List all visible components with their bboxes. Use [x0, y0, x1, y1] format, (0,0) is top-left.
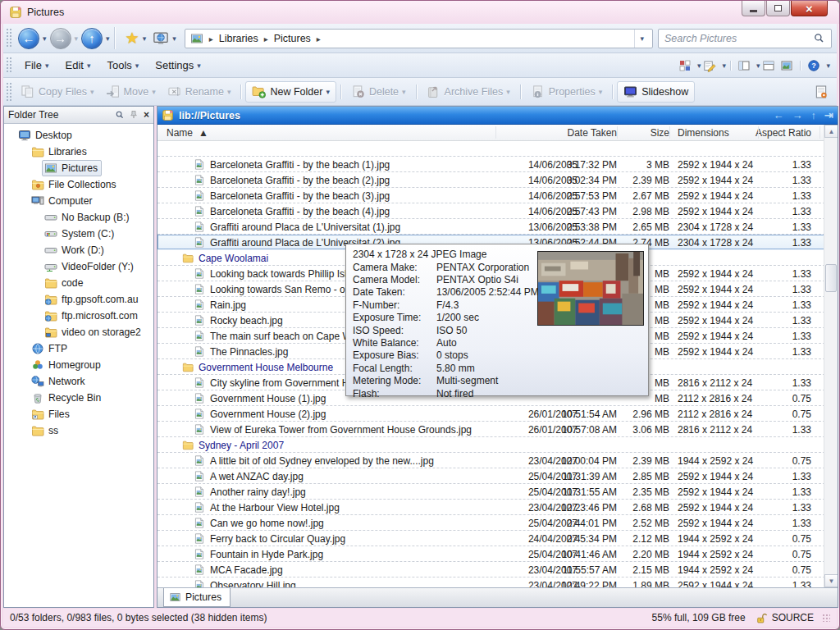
breadcrumb[interactable]: ▸Libraries▸Pictures▸ ▾: [185, 29, 653, 48]
help-dropdown[interactable]: ▾: [826, 62, 830, 70]
breadcrumb-item-libraries[interactable]: Libraries: [219, 33, 258, 44]
favorites-dropdown[interactable]: ▾: [143, 34, 147, 43]
file-row[interactable]: Can we go home now!.jpg25/04/20072:44:01…: [158, 515, 825, 531]
up-dropdown[interactable]: ▾: [106, 34, 110, 43]
sidebar-item-ss[interactable]: ss: [4, 422, 153, 439]
sidebar-item-homegroup[interactable]: Homegroup: [4, 357, 153, 373]
chevron-down-icon[interactable]: ▾: [227, 88, 231, 96]
rename-button[interactable]: Rename▾: [162, 81, 237, 103]
file-row[interactable]: Fountain in Hyde Park.jpg25/04/200710:41…: [158, 546, 825, 562]
favorites-star-icon[interactable]: ★: [126, 29, 139, 48]
properties-button[interactable]: Properties▾: [525, 81, 609, 103]
sidebar-item-ftp-gpsoft-com-au[interactable]: ftp.gpsoft.com.au: [4, 291, 153, 308]
sidebar-item-ftp-microsoft-com[interactable]: ftp.microsoft.com: [4, 308, 153, 324]
menu-settings[interactable]: Settings▾: [145, 55, 208, 75]
menu-file[interactable]: File▾: [15, 55, 55, 75]
network-view-dropdown[interactable]: ▾: [172, 34, 176, 43]
scroll-down-icon[interactable]: ▼: [824, 574, 838, 587]
file-row[interactable]: A wet ANZAC day.jpg25/04/200711:31:39 AM…: [158, 468, 825, 484]
slideshow-button[interactable]: Slideshow: [617, 81, 695, 103]
copy-files-button[interactable]: Copy Files▾: [15, 81, 100, 103]
column-name[interactable]: Name: [167, 127, 193, 139]
edit-pane-icon[interactable]: [701, 57, 719, 74]
toolbar-grip[interactable]: [6, 28, 11, 48]
file-row[interactable]: Government House (2).jpg26/01/200710:51:…: [158, 406, 825, 422]
file-row[interactable]: MCA Facade.jpg23/04/200711:55:57 AM2.15 …: [158, 562, 825, 578]
sidebar-item-system-c-[interactable]: System (C:): [4, 226, 153, 242]
resize-grip[interactable]: [822, 614, 830, 622]
edit-pane-dropdown[interactable]: ▾: [722, 62, 726, 70]
views-icon[interactable]: [676, 57, 694, 74]
path-bar[interactable]: lib://Pictures ← → ↑ ⇥: [158, 107, 838, 125]
breadcrumb-dropdown[interactable]: ▾: [634, 30, 649, 48]
sidebar-item-network[interactable]: Network: [4, 373, 153, 390]
back-dropdown[interactable]: ▾: [43, 34, 47, 43]
sidebar-item-desktop[interactable]: Desktop: [4, 127, 153, 144]
column-size[interactable]: Size: [651, 127, 669, 139]
split-pane-icon[interactable]: [735, 57, 753, 74]
tab-pictures[interactable]: Pictures: [163, 588, 231, 607]
preview-pane-icon[interactable]: [778, 57, 796, 74]
vertical-scrollbar[interactable]: ▲ ▼: [824, 125, 838, 587]
archive-files-button[interactable]: Archive Files▾: [421, 81, 516, 103]
dual-pane-icon[interactable]: [760, 57, 778, 74]
sidebar-item-files[interactable]: Files: [4, 406, 153, 422]
network-view-icon[interactable]: [153, 30, 169, 47]
move-button[interactable]: Move▾: [100, 81, 162, 103]
pane-up-icon[interactable]: ↑: [811, 109, 817, 121]
back-button[interactable]: ←: [18, 28, 39, 49]
folder-row[interactable]: Sydney - April 2007: [158, 437, 825, 453]
sidebar-item-computer[interactable]: Computer: [4, 193, 153, 209]
sidebar-item-code[interactable]: code: [4, 275, 153, 291]
file-row[interactable]: At the Harbour View Hotel.jpg23/04/20071…: [158, 500, 825, 515]
column-dimensions[interactable]: Dimensions: [678, 127, 729, 139]
sidebar-item-libraries[interactable]: Libraries: [4, 144, 153, 160]
tree-close-icon[interactable]: ×: [144, 109, 149, 121]
sidebar-item-work-d-[interactable]: Work (D:): [4, 242, 153, 258]
chevron-down-icon[interactable]: ▾: [402, 88, 406, 96]
file-row[interactable]: Ferry back to Circular Quay.jpg24/04/200…: [158, 531, 825, 546]
sidebar-item-ftp[interactable]: FTP: [4, 340, 153, 357]
maximize-button[interactable]: [766, 1, 790, 16]
sidebar-item-file-collections[interactable]: File Collections: [4, 176, 153, 193]
new-folder-button[interactable]: New Folder▾: [245, 81, 336, 103]
forward-button[interactable]: →: [50, 28, 71, 49]
scroll-up-icon[interactable]: ▲: [824, 125, 838, 138]
delete-button[interactable]: Delete▾: [345, 81, 412, 103]
scrollbar-thumb[interactable]: [825, 264, 837, 292]
toolbar-grip[interactable]: [6, 57, 11, 73]
search-icon[interactable]: [813, 32, 825, 44]
pane-forward-icon[interactable]: →: [792, 109, 803, 121]
help-icon[interactable]: [805, 57, 823, 74]
forward-dropdown[interactable]: ▾: [75, 34, 79, 43]
menu-edit[interactable]: Edit▾: [55, 55, 97, 75]
menu-tools[interactable]: Tools▾: [97, 55, 145, 75]
minimize-button[interactable]: [742, 1, 765, 16]
sidebar-item-videofolder-y-[interactable]: VideoFolder (Y:): [4, 258, 153, 275]
tree-pin-icon[interactable]: [129, 110, 139, 120]
search-box[interactable]: Search Pictures: [658, 29, 832, 48]
chevron-down-icon[interactable]: ▾: [90, 88, 94, 96]
chevron-down-icon[interactable]: ▾: [152, 88, 156, 96]
toolbar-grip[interactable]: [6, 82, 11, 101]
file-row[interactable]: Barceloneta Graffiti - by the beach (4).…: [158, 203, 825, 219]
column-aspect-ratio[interactable]: Aspect Ratio: [756, 127, 811, 139]
page-options-button[interactable]: [810, 82, 832, 102]
column-date-taken[interactable]: Date Taken: [568, 127, 618, 139]
file-row[interactable]: Barceloneta Graffiti - by the beach (1).…: [158, 157, 825, 172]
file-row[interactable]: A little bit of old Sydney enveloped by …: [158, 453, 825, 468]
chevron-down-icon[interactable]: ▾: [599, 88, 603, 96]
file-row[interactable]: Barceloneta Graffiti - by the beach (3).…: [158, 188, 825, 203]
sidebar-item-video-on-storage2[interactable]: video on storage2: [4, 324, 153, 340]
pane-back-icon[interactable]: ←: [774, 109, 784, 121]
file-row[interactable]: Another rainy day!.jpg25/04/200711:31:55…: [158, 484, 825, 500]
close-button[interactable]: ×: [791, 1, 828, 16]
sidebar-item-pictures[interactable]: Pictures: [4, 160, 153, 176]
pane-last-icon[interactable]: ⇥: [824, 109, 833, 121]
chevron-down-icon[interactable]: ▾: [326, 88, 330, 96]
file-row[interactable]: Barceloneta Graffiti - by the beach (2).…: [158, 172, 825, 188]
chevron-down-icon[interactable]: ▾: [506, 88, 510, 96]
tree-search-icon[interactable]: [115, 110, 125, 120]
file-row[interactable]: View of Eureka Tower from Government Hou…: [158, 422, 825, 437]
breadcrumb-item-pictures[interactable]: Pictures: [274, 33, 311, 44]
